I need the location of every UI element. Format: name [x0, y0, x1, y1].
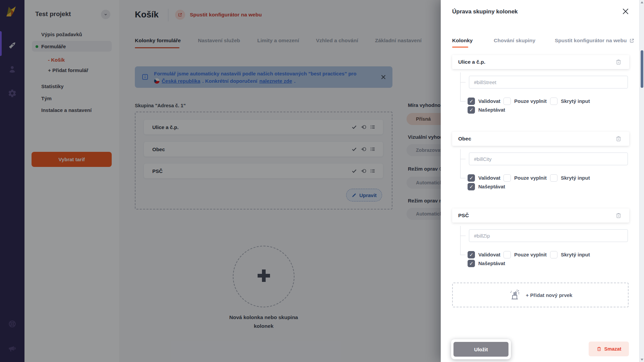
close-icon — [621, 7, 630, 16]
field-card-header[interactable] — [452, 208, 629, 223]
checkbox-validovat[interactable] — [468, 98, 475, 105]
checkbox-label-skryty-input: Skrytý input — [561, 174, 590, 182]
drawer-close-button[interactable] — [621, 7, 630, 16]
scroll-up-arrow[interactable] — [641, 1, 643, 3]
save-button[interactable]: Uložit — [453, 342, 508, 357]
checkbox-label-pouze-vyplnit: Pouze vyplnit — [514, 251, 547, 258]
add-new-element-button[interactable]: + Přidat nový prvek — [452, 283, 629, 307]
checkbox-skryty-input[interactable] — [550, 174, 557, 182]
scrollbar-thumb[interactable] — [641, 50, 643, 88]
drawer-tab-chovani-skupiny[interactable]: Chování skupiny — [494, 38, 535, 44]
checkbox-naseptavat[interactable] — [468, 260, 475, 267]
delete-field-trash-icon[interactable] — [615, 59, 622, 65]
delete-group-label: Smazat — [604, 346, 622, 352]
field-id-input[interactable] — [469, 229, 628, 242]
magic-hat-icon — [508, 289, 521, 301]
checkbox-label-validovat: Validovat — [478, 174, 500, 182]
checkbox-skryty-input[interactable] — [550, 251, 557, 258]
tree-connector — [460, 226, 461, 255]
drawer-tab-spustit-konfigurator[interactable]: Spustit konfigurátor na webu — [555, 38, 635, 44]
checkbox-label-naseptavat: Našeptávat — [478, 106, 505, 114]
field-card-psc: PSČ Validovat Pouze vyplnit Skrytý input… — [452, 208, 629, 276]
checkbox-naseptavat[interactable] — [468, 106, 475, 114]
drawer-active-tab-underline — [452, 47, 468, 48]
checkbox-skryty-input[interactable] — [550, 98, 557, 105]
checkbox-validovat[interactable] — [468, 251, 475, 258]
tree-connector — [460, 82, 466, 82]
tree-connector — [460, 149, 461, 178]
page-scrollbar[interactable] — [639, 0, 644, 362]
field-label: PSČ — [458, 208, 469, 223]
checkbox-label-validovat: Validovat — [478, 251, 500, 258]
field-card-header[interactable] — [452, 132, 629, 146]
checkbox-label-naseptavat: Našeptávat — [478, 183, 505, 190]
drawer-tab-kolonky[interactable]: Kolonky — [452, 38, 473, 44]
field-label: Obec — [458, 132, 471, 146]
checkbox-pouze-vyplnit[interactable] — [503, 174, 511, 182]
checkbox-label-pouze-vyplnit: Pouze vyplnit — [514, 174, 547, 182]
tree-connector — [460, 178, 466, 178]
add-new-element-label: + Přidat nový prvek — [526, 292, 573, 298]
drawer-title: Úprava skupiny kolonek — [452, 8, 518, 15]
tree-connector — [460, 236, 466, 236]
checkbox-pouze-vyplnit[interactable] — [503, 251, 511, 258]
app-root: Test projekt Výpis požadavků Formuláře -… — [0, 0, 644, 362]
edit-group-drawer: Úprava skupiny kolonek Kolonky Chování s… — [441, 0, 644, 362]
delete-group-button[interactable]: Smazat — [589, 342, 629, 356]
field-label: Ulice a č.p. — [458, 55, 485, 69]
checkbox-naseptavat[interactable] — [468, 183, 475, 190]
field-card-ulice: Ulice a č.p. Validovat Pouze vyplnit Skr… — [452, 55, 629, 122]
checkbox-validovat[interactable] — [468, 174, 475, 182]
field-card-obec: Obec Validovat Pouze vyplnit Skrytý inpu… — [452, 132, 629, 199]
scroll-down-arrow[interactable] — [641, 359, 643, 361]
checkbox-label-skryty-input: Skrytý input — [561, 251, 590, 258]
tree-connector — [460, 72, 461, 101]
external-link-icon — [629, 38, 635, 43]
delete-field-trash-icon[interactable] — [615, 135, 622, 142]
tree-connector — [460, 101, 466, 102]
field-id-input[interactable] — [469, 76, 628, 88]
checkbox-label-skryty-input: Skrytý input — [561, 98, 590, 105]
checkbox-label-validovat: Validovat — [478, 98, 500, 105]
field-id-input[interactable] — [469, 153, 628, 165]
save-button-wrapper: Uložit — [451, 339, 511, 359]
delete-field-trash-icon[interactable] — [615, 212, 622, 219]
tree-connector — [460, 159, 466, 159]
tree-connector — [460, 255, 466, 255]
checkbox-label-naseptavat: Našeptávat — [478, 260, 505, 267]
trash-icon — [596, 346, 602, 352]
checkbox-label-pouze-vyplnit: Pouze vyplnit — [514, 98, 547, 105]
checkbox-pouze-vyplnit[interactable] — [503, 98, 511, 105]
drawer-tab-label: Spustit konfigurátor na webu — [555, 38, 627, 44]
